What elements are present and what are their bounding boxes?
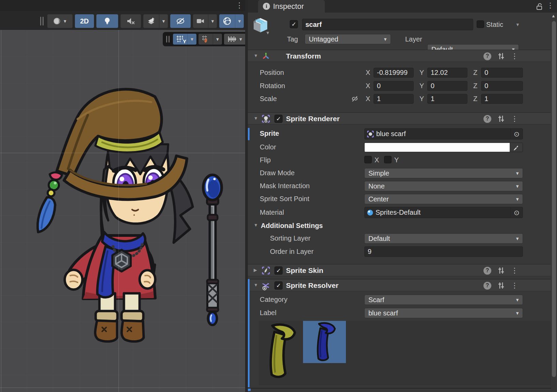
sprite-variant-panel <box>259 321 551 385</box>
axis-z-label: Z <box>473 95 477 103</box>
foldout-icon[interactable]: ▼ <box>254 223 258 228</box>
grid-visibility-dropdown-button[interactable]: ▼ <box>187 34 196 45</box>
inspector-scrollbar: ▲ <box>551 13 557 392</box>
shading-mode-button[interactable]: ▼ <box>47 14 73 28</box>
rotation-x-field[interactable]: 0 <box>373 81 414 91</box>
sorting-layer-dropdown[interactable]: Default ▼ <box>364 233 523 244</box>
presets-icon[interactable] <box>497 52 505 60</box>
2d-mode-button[interactable]: 2D <box>75 14 94 28</box>
toolbar-drag-handle-icon[interactable] <box>40 17 44 26</box>
gameobject-name-field[interactable]: scarf <box>302 19 473 30</box>
foldout-icon[interactable]: ▼ <box>254 116 258 121</box>
grid-snapping-group: ▼ <box>198 34 222 45</box>
help-icon[interactable]: ? <box>483 115 491 123</box>
eyedropper-button[interactable] <box>510 143 523 152</box>
label-value: blue scarf <box>368 309 398 317</box>
static-dropdown-icon[interactable]: ▼ <box>515 22 520 27</box>
position-y-field[interactable]: 12.02 <box>427 68 467 78</box>
sprite-renderer-header[interactable]: ▼ ✓ Sprite Renderer ? ⋮ <box>248 112 551 125</box>
presets-icon[interactable] <box>497 115 505 122</box>
presets-icon[interactable] <box>497 267 505 274</box>
position-z-field[interactable]: 0 <box>481 68 523 78</box>
order-in-layer-field[interactable]: 9 <box>364 246 523 257</box>
grid-visibility-button[interactable]: Y <box>173 34 187 45</box>
sprite-resolver-icon <box>261 281 271 291</box>
thumbnail-green-scarf[interactable] <box>261 322 299 381</box>
toolbar-drag-handle-icon[interactable] <box>166 36 170 43</box>
scene-camera-button[interactable] <box>193 14 208 28</box>
tab-inspector[interactable]: i Inspector <box>258 0 325 13</box>
position-label: Position <box>260 69 284 77</box>
scene-visibility-button[interactable] <box>170 14 191 28</box>
sprite-skin-header[interactable]: ▶ ✓ Sprite Skin ? ⋮ <box>248 264 551 276</box>
help-icon[interactable]: ? <box>483 267 491 275</box>
gameobject-header: ▼ ✓ scarf Static ▼ Tag Untagged ▼ Layer … <box>248 13 551 49</box>
scene-lighting-button[interactable] <box>96 14 118 28</box>
scale-y-field[interactable]: 1 <box>427 94 467 104</box>
component-gizmos-button[interactable] <box>219 14 235 28</box>
scrollbar-thumb[interactable] <box>552 21 556 377</box>
mask-interaction-dropdown[interactable]: None ▼ <box>364 181 523 191</box>
gizmos-dropdown-button[interactable]: ▼ <box>235 14 244 28</box>
color-label: Color <box>260 143 276 151</box>
flip-x-checkbox[interactable] <box>364 156 372 163</box>
scale-z-field[interactable]: 1 <box>481 94 523 104</box>
snap-increment-button[interactable]: ▼ <box>224 34 245 45</box>
effects-dropdown-button[interactable]: ▼ <box>159 14 168 28</box>
sprite-mini-icon <box>367 130 374 138</box>
help-icon[interactable]: ? <box>483 52 491 60</box>
lock-icon[interactable] <box>536 2 543 11</box>
sprite-renderer-enabled-checkbox[interactable]: ✓ <box>274 115 283 123</box>
component-menu-icon[interactable]: ⋮ <box>511 52 518 60</box>
thumbnail-blue-scarf-selected[interactable] <box>303 321 346 363</box>
position-x-field[interactable]: -0.819999 <box>373 68 414 78</box>
position-row: Position X -0.819999 Y 12.02 Z 0 <box>248 68 551 79</box>
transform-icon <box>261 52 270 61</box>
draw-mode-dropdown[interactable]: Simple ▼ <box>364 168 523 178</box>
object-picker-icon[interactable]: ⊙ <box>510 129 523 139</box>
transform-header[interactable]: ▼ Transform ? ⋮ <box>248 50 551 62</box>
label-dropdown[interactable]: blue scarf ▼ <box>364 308 523 318</box>
sort-point-dropdown[interactable]: Center ▼ <box>364 194 523 204</box>
grid-snapping-button[interactable] <box>198 34 213 45</box>
foldout-icon[interactable]: ▼ <box>254 282 258 288</box>
scene-effects-button[interactable] <box>143 14 159 28</box>
sprite-resolver-enabled-checkbox[interactable]: ✓ <box>274 281 283 290</box>
sort-point-row: Sprite Sort Point Center ▼ <box>248 194 551 204</box>
draw-mode-row: Draw Mode Simple ▼ <box>248 168 551 178</box>
color-swatch[interactable] <box>364 143 523 152</box>
scene-pane-menu-icon[interactable]: ⋮ <box>236 1 243 10</box>
help-icon[interactable]: ? <box>483 282 491 290</box>
gameobject-active-checkbox[interactable]: ✓ <box>290 20 298 28</box>
presets-icon[interactable] <box>497 282 505 289</box>
sprite-resolver-header[interactable]: ▼ ✓ Sprite Resolver ? ⋮ <box>248 279 551 291</box>
rotation-y-field[interactable]: 0 <box>427 81 467 91</box>
scale-x-field[interactable]: 1 <box>373 94 414 104</box>
component-menu-icon[interactable]: ⋮ <box>511 115 518 123</box>
audio-mute-button[interactable] <box>121 14 141 28</box>
static-checkbox[interactable] <box>477 20 484 28</box>
category-dropdown[interactable]: Scarf ▼ <box>364 295 523 305</box>
gizmo-sphere-icon <box>223 17 232 26</box>
sprite-object-field[interactable]: blue scarf ⊙ <box>364 128 523 140</box>
material-object-field[interactable]: Sprites-Default ⊙ <box>364 207 523 218</box>
tag-dropdown[interactable]: Untagged ▼ <box>305 34 391 44</box>
sprite-skin-title: Sprite Skin <box>286 266 323 275</box>
sprite-skin-enabled-checkbox[interactable]: ✓ <box>274 266 283 275</box>
unlinked-scale-icon[interactable] <box>351 95 359 103</box>
scene-viewport[interactable]: Y ▼ ▼ <box>0 30 245 392</box>
foldout-icon[interactable]: ▼ <box>254 53 258 58</box>
component-menu-icon[interactable]: ⋮ <box>511 266 518 275</box>
grid-snapping-dropdown-button[interactable]: ▼ <box>213 34 222 45</box>
inspector-menu-icon[interactable]: ⋮ <box>547 1 554 10</box>
axis-y-label: Y <box>419 95 424 103</box>
gameobject-icon-dropdown-icon[interactable]: ▼ <box>266 30 270 35</box>
component-menu-icon[interactable]: ⋮ <box>511 281 518 290</box>
camera-dropdown-button[interactable]: ▼ <box>208 14 217 28</box>
additional-settings-row[interactable]: ▼ Additional Settings <box>248 221 551 231</box>
foldout-icon[interactable]: ▶ <box>254 267 257 273</box>
flip-y-checkbox[interactable] <box>384 156 392 163</box>
rotation-z-field[interactable]: 0 <box>481 81 523 91</box>
object-picker-icon[interactable]: ⊙ <box>510 207 523 218</box>
scroll-up-arrow[interactable]: ▲ <box>551 13 556 18</box>
